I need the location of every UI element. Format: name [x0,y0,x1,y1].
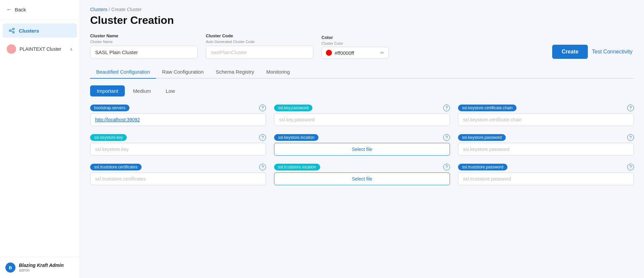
config-tag-ssl-keystore-cert: ssl.keystore.certificate.chain [458,105,517,111]
create-button[interactable]: Create [552,45,588,59]
config-row-1: bootstrap.servers ? ssl.key.password ? s… [90,105,634,126]
help-icon-ssl-truststore-location[interactable]: ? [443,164,450,170]
tab-raw[interactable]: Raw Configuration [156,66,210,79]
ssl-keystore-key-input[interactable] [90,143,266,156]
main-tabs: Beautified Configuration Raw Configurati… [90,66,634,79]
color-sublabel: Cluster Color [321,41,389,45]
config-field-ssl-keystore-key: ssl.keystore.key ? [90,134,266,156]
config-field-header: ssl.truststore.certificates ? [90,164,266,170]
back-button[interactable]: ← Back [0,0,80,19]
cluster-name-label: Cluster Name [90,33,198,38]
action-buttons: Create Test Connectivity [552,45,634,59]
config-tag-ssl-truststore-password: ssl.truststore.password [458,164,507,170]
help-icon-ssl-keystore-key[interactable]: ? [259,134,266,141]
config-field-header: ssl.key.password ? [274,105,450,111]
ssl-truststore-certs-input[interactable] [90,172,266,185]
footer-name: Blazing Kraft Admin [19,263,64,268]
help-icon-bootstrap[interactable]: ? [259,105,266,111]
main-content: Clusters / Create Cluster Cluster Creati… [80,0,644,278]
config-row-2: ssl.keystore.key ? ssl.keystore.location… [90,134,634,156]
config-field-ssl-keystore-password: ssl.keystore.password ? [458,134,634,156]
cluster-name: PLAINTEXT Cluster [20,46,66,52]
cluster-name-input[interactable] [90,46,198,59]
bootstrap-servers-input[interactable] [90,113,266,126]
config-field-header: ssl.keystore.password ? [458,134,634,141]
help-icon-ssl-keystore-cert[interactable]: ? [627,105,634,111]
cluster-name-sublabel: Cluster Name [90,40,198,44]
sidebar-item-clusters[interactable]: Clusters [3,24,77,38]
config-field-header: ssl.truststore.location ? [274,164,450,170]
config-field-header: ssl.truststore.password ? [458,164,634,170]
footer-info: Blazing Kraft Admin admin [19,263,64,273]
config-field-ssl-key-password: ssl.key.password ? [274,105,450,126]
priority-medium-btn[interactable]: Medium [126,85,157,96]
select-file-truststore-btn[interactable]: Select file [274,172,450,185]
color-dot [326,50,332,56]
config-tag-ssl-truststore-location: ssl.truststore.location [274,164,320,170]
test-connectivity-button[interactable]: Test Connectivity [591,45,634,59]
cluster-name-group: Cluster Name Cluster Name [90,33,198,59]
config-field-ssl-keystore-location: ssl.keystore.location ? Select file [274,134,450,156]
config-row-3: ssl.truststore.certificates ? ssl.trusts… [90,164,634,185]
cluster-code-input[interactable] [206,46,313,59]
breadcrumb-current: Create Cluster [111,7,142,12]
color-value: #ff0000ff [335,50,378,56]
plaintext-cluster-item[interactable]: PLAINTEXT Cluster ∧ [3,41,77,57]
priority-low-btn[interactable]: Low [159,85,182,96]
footer-role: admin [19,268,64,273]
config-field-header: ssl.keystore.key ? [90,134,266,141]
clusters-label: Clusters [19,28,39,34]
config-tag-bootstrap: bootstrap.servers [90,105,129,111]
tab-schema[interactable]: Schema Registry [210,66,260,79]
config-field-ssl-keystore-cert: ssl.keystore.certificate.chain ? [458,105,634,126]
config-field-ssl-truststore-certs: ssl.truststore.certificates ? [90,164,266,185]
ssl-key-password-input[interactable] [274,113,450,126]
config-field-header: ssl.keystore.location ? [274,134,450,141]
select-file-keystore-btn[interactable]: Select file [274,143,450,156]
ssl-keystore-cert-input[interactable] [458,113,634,126]
breadcrumb-clusters-link[interactable]: Clusters [90,7,107,12]
svg-point-1 [13,28,14,30]
config-field-header: bootstrap.servers ? [90,105,266,111]
svg-line-4 [11,31,13,32]
config-tag-ssl-keystore-password: ssl.keystore.password [458,134,506,141]
chevron-down-icon: ∧ [70,47,73,52]
back-arrow-icon: ← [6,6,12,13]
footer-avatar: B [5,263,15,273]
breadcrumb-separator: / [109,7,111,12]
edit-color-icon[interactable]: ✏ [380,50,384,55]
svg-line-3 [11,29,13,30]
tab-beautified[interactable]: Beautified Configuration [90,66,156,79]
config-field-bootstrap-servers: bootstrap.servers ? [90,105,266,126]
color-input-row: #ff0000ff ✏ [321,47,389,59]
config-tag-ssl-keystore-location: ssl.keystore.location [274,134,318,141]
config-field-ssl-truststore-location: ssl.truststore.location ? Select file [274,164,450,185]
cluster-avatar [7,44,16,54]
help-icon-ssl-truststore-certs[interactable]: ? [259,164,266,170]
color-label: Color [321,35,389,40]
sidebar: ← Back Clusters PLAINTEXT Cluster ∧ [0,0,80,278]
tab-monitoring[interactable]: Monitoring [260,66,296,79]
ssl-keystore-password-input[interactable] [458,143,634,156]
help-icon-ssl-truststore-password[interactable]: ? [627,164,634,170]
ssl-truststore-password-input[interactable] [458,172,634,185]
cluster-code-label: Cluster Code [206,33,313,38]
config-grid: bootstrap.servers ? ssl.key.password ? s… [90,105,634,185]
svg-point-2 [13,32,14,33]
breadcrumb: Clusters / Create Cluster [90,7,634,12]
priority-tabs: Important Medium Low [90,85,634,96]
sidebar-footer: B Blazing Kraft Admin admin [0,257,80,278]
color-group: Color Cluster Color #ff0000ff ✏ [321,35,389,59]
help-icon-ssl-keystore-password[interactable]: ? [627,134,634,141]
config-field-ssl-truststore-password: ssl.truststore.password ? [458,164,634,185]
config-field-header: ssl.keystore.certificate.chain ? [458,105,634,111]
cluster-code-group: Cluster Code Auto Generated Cluster Code [206,33,313,59]
help-icon-ssl-keystore-location[interactable]: ? [443,134,450,141]
page-title: Cluster Creation [90,14,634,27]
config-tag-ssl-keystore-key: ssl.keystore.key [90,134,127,141]
priority-important-btn[interactable]: Important [90,85,125,96]
svg-point-0 [9,30,11,32]
cluster-section: PLAINTEXT Cluster ∧ [0,38,80,60]
config-tag-ssl-key-password: ssl.key.password [274,105,312,111]
help-icon-ssl-key-password[interactable]: ? [443,105,450,111]
